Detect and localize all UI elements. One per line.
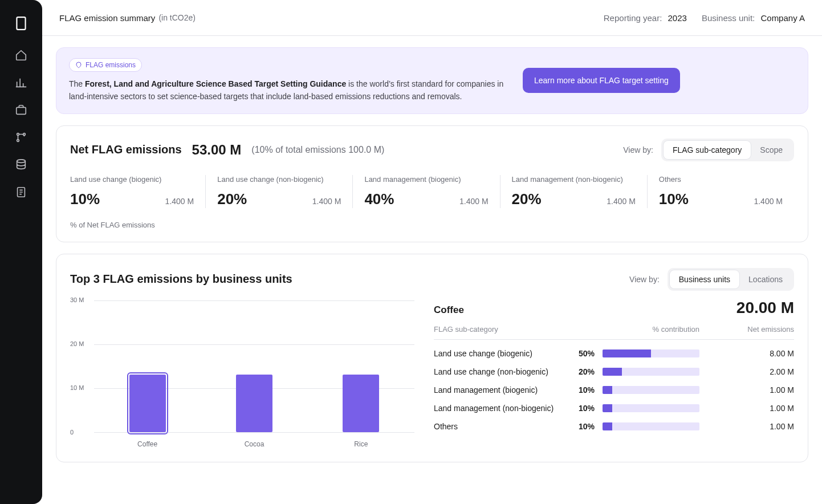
stat-pct: 40%: [364, 190, 394, 208]
stat-item: Land use change (non-biogenic)20%1.400 M: [206, 175, 353, 208]
net-stats: Land use change (biogenic)10%1.400 MLand…: [70, 175, 794, 208]
bar-rice[interactable]: [343, 375, 379, 432]
reporting-year-label: Reporting year:: [604, 13, 662, 23]
stat-pct: 10%: [659, 190, 689, 208]
stat-item: Land use change (biogenic)10%1.400 M: [70, 175, 206, 208]
row-pct: 50%: [579, 349, 595, 358]
y-tick-label: 30 M: [70, 296, 84, 303]
y-tick-label: 0: [70, 429, 74, 436]
net-sub: (10% of total emissions 100.0 M): [251, 145, 384, 155]
business-unit[interactable]: Business unit: Company A: [702, 13, 805, 23]
stat-label: Land use change (biogenic): [70, 175, 194, 184]
stat-pct: 20%: [217, 190, 247, 208]
contribution-bar: [603, 422, 699, 430]
top3-viewby-label: View by:: [629, 275, 660, 284]
row-label: Land management (non-biogenic): [434, 404, 574, 413]
col-contribution: % contribution: [574, 325, 709, 334]
svg-rect-0: [17, 17, 25, 30]
top3-view-toggle: Business units Locations: [668, 268, 794, 291]
reporting-year-value: 2023: [668, 13, 687, 23]
net-flag-card: Net FLAG emissions 53.00 M (10% of total…: [56, 125, 808, 242]
contribution-bar: [603, 404, 699, 412]
row-emissions: 1.00 M: [709, 404, 794, 413]
contribution-bar: [603, 368, 699, 376]
stat-label: Land management (non-biogenic): [512, 175, 636, 184]
row-pct: 20%: [579, 367, 595, 376]
business-unit-value: Company A: [760, 13, 805, 23]
app-logo: [14, 16, 29, 31]
topbar: FLAG emission summary (in tCO2e) Reporti…: [42, 0, 822, 36]
main: FLAG emission summary (in tCO2e) Reporti…: [42, 0, 822, 504]
analytics-icon[interactable]: [15, 76, 27, 89]
col-net-emissions: Net emissions: [709, 325, 794, 334]
svg-point-3: [17, 140, 19, 142]
toggle-scope[interactable]: Scope: [751, 141, 792, 159]
stat-item: Others10%1.400 M: [648, 175, 794, 208]
gridline: [94, 432, 414, 433]
stat-amount: 1.400 M: [165, 197, 194, 206]
y-tick-label: 20 M: [70, 340, 84, 347]
svg-point-5: [17, 160, 26, 163]
col-subcategory: FLAG sub-category: [434, 325, 574, 334]
stat-amount: 1.400 M: [754, 197, 783, 206]
row-pct: 10%: [579, 422, 595, 431]
row-label: Land use change (biogenic): [434, 349, 574, 358]
bar-chart: CoffeeCocoaRice 010 M20 M30 M: [70, 300, 414, 448]
home-icon[interactable]: [15, 49, 27, 62]
net-value: 53.00 M: [192, 142, 242, 158]
row-emissions: 1.00 M: [709, 422, 794, 431]
toggle-locations[interactable]: Locations: [739, 270, 792, 288]
leaf-icon: [75, 62, 82, 68]
flag-emissions-badge: FLAG emissions: [69, 58, 142, 72]
details-value: 20.00 M: [736, 299, 794, 317]
row-emissions: 2.00 M: [709, 367, 794, 376]
badge-label: FLAG emissions: [86, 61, 136, 69]
reporting-year[interactable]: Reporting year: 2023: [604, 13, 687, 23]
toggle-flag-subcategory[interactable]: FLAG sub-category: [664, 141, 751, 159]
learn-more-button[interactable]: Learn more about FLAG target setting: [523, 68, 680, 93]
stat-amount: 1.400 M: [312, 197, 341, 206]
row-label: Land management (biogenic): [434, 385, 574, 395]
details-title: Coffee: [434, 304, 464, 316]
business-unit-label: Business unit:: [702, 13, 755, 23]
info-banner: FLAG emissions The Forest, Land and Agri…: [56, 47, 808, 114]
stat-pct: 10%: [70, 190, 100, 208]
row-pct: 10%: [579, 385, 595, 395]
branch-icon[interactable]: [15, 131, 27, 144]
stat-label: Land use change (non-biogenic): [217, 175, 341, 184]
x-tick-label: Rice: [343, 440, 379, 448]
stat-label: Land management (biogenic): [364, 175, 488, 184]
database-icon[interactable]: [15, 158, 27, 171]
stat-amount: 1.400 M: [607, 197, 636, 206]
contribution-bar: [603, 349, 699, 357]
details-row: Land use change (non-biogenic)20%2.00 M: [434, 367, 794, 376]
net-title: Net FLAG emissions: [70, 143, 182, 156]
stat-label: Others: [659, 175, 783, 184]
bar-coffee[interactable]: [129, 375, 166, 432]
details-row: Land use change (biogenic)50%8.00 M: [434, 349, 794, 358]
document-icon[interactable]: [15, 186, 27, 198]
bar-cocoa[interactable]: [236, 375, 272, 432]
row-pct: 10%: [579, 404, 595, 413]
page-title-unit: (in tCO2e): [158, 13, 196, 22]
row-emissions: 8.00 M: [709, 349, 794, 358]
x-tick-label: Coffee: [129, 440, 166, 448]
stat-item: Land management (non-biogenic)20%1.400 M: [500, 175, 648, 208]
sidebar: [0, 0, 42, 504]
y-tick-label: 10 M: [70, 384, 84, 391]
svg-rect-1: [17, 107, 26, 114]
net-view-toggle: FLAG sub-category Scope: [661, 139, 794, 161]
row-label: Others: [434, 422, 574, 431]
net-stats-footer: % of Net FLAG emissions: [70, 221, 794, 229]
details-row: Others10%1.00 M: [434, 422, 794, 431]
net-viewby-label: View by:: [623, 145, 653, 155]
stat-amount: 1.400 M: [459, 197, 489, 206]
briefcase-icon[interactable]: [15, 104, 27, 116]
x-tick-label: Cocoa: [236, 440, 272, 448]
row-label: Land use change (non-biogenic): [434, 367, 574, 376]
toggle-business-units[interactable]: Business units: [670, 270, 739, 288]
details-row: Land management (non-biogenic)10%1.00 M: [434, 404, 794, 413]
stat-item: Land management (biogenic)40%1.400 M: [353, 175, 500, 208]
details-row: Land management (biogenic)10%1.00 M: [434, 385, 794, 395]
stat-pct: 20%: [512, 190, 542, 208]
